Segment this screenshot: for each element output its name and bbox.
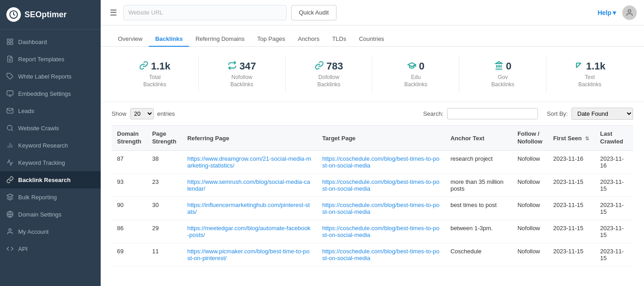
referring-page-link[interactable]: https://www.dreamgrow.com/21-social-medi… [187,155,311,169]
tab-overview[interactable]: Overview [112,32,149,47]
quick-audit-button[interactable]: Quick Audit [291,5,337,20]
th-last-crawled: LastCrawled [595,126,633,151]
tab-top-pages[interactable]: Top Pages [251,32,291,47]
sidebar-item-report-templates[interactable]: Report Templates [0,50,101,68]
sidebar-item-my-account[interactable]: My Account [0,223,101,240]
tab-tlds[interactable]: TLDs [326,32,352,47]
entries-label: entries [157,110,175,117]
cell-follow-nofollow: Nofollow [512,197,548,220]
cell-referring-page[interactable]: https://influencermarketinghub.com/pinte… [182,197,317,220]
sidebar-item-dashboard[interactable]: Dashboard [0,33,101,50]
svg-rect-2 [10,42,13,44]
logo-icon [6,7,21,22]
file-text-icon [6,55,14,63]
th-first-seen[interactable]: First Seen ⇅ [548,126,595,151]
target-page-link[interactable]: https://coschedule.com/blog/best-times-t… [322,202,439,215]
sidebar-item-domain-settings-label: Domain Settings [18,211,61,218]
cell-target-page[interactable]: https://coschedule.com/blog/best-times-t… [317,173,445,197]
activity-icon [6,159,14,166]
sidebar-item-white-label-reports[interactable]: White Label Reports [0,68,101,85]
sidebar-item-bulk-reporting[interactable]: Bulk Reporting [0,188,101,206]
layers-icon [6,193,14,201]
cell-first-seen: 2023-11-15 [548,220,595,243]
cell-last-crawled: 2023-11-15 [595,197,633,220]
cell-target-page[interactable]: https://coschedule.com/blog/best-times-t… [317,220,445,243]
tab-anchors[interactable]: Anchors [292,32,326,47]
stat-total-backlinks: 1.1k TotalBacklinks [112,56,199,93]
th-page-strength: PageStrength [146,126,181,151]
sidebar-item-my-account-label: My Account [18,228,49,235]
sidebar-item-api[interactable]: API [0,240,101,257]
sidebar-item-embedding-settings[interactable]: Embedding Settings [0,85,101,102]
sidebar-item-backlink-research-label: Backlink Research [18,177,71,183]
svg-rect-7 [7,91,13,95]
cell-anchor-text: more than 35 million posts [445,173,512,197]
referring-page-link[interactable]: https://influencermarketinghub.com/pinte… [187,202,311,215]
svg-marker-25 [496,61,502,63]
sidebar-item-backlink-research[interactable]: Backlink Research [0,171,101,188]
cell-last-crawled: 2023-11-16 [595,150,633,173]
sidebar-item-website-crawls[interactable]: Website Crawls [0,119,101,137]
cell-target-page[interactable]: https://coschedule.com/blog/best-times-t… [317,197,445,220]
cell-referring-page[interactable]: https://www.dreamgrow.com/21-social-medi… [182,150,317,173]
target-page-link[interactable]: https://coschedule.com/blog/best-times-t… [322,178,439,192]
cell-target-page[interactable]: https://coschedule.com/blog/best-times-t… [317,243,445,266]
stat-text-backlinks: 1.1k TextBacklinks [546,56,633,93]
entries-select[interactable]: 10 20 50 100 [130,108,154,119]
sidebar-item-dashboard-label: Dashboard [18,39,47,45]
cell-follow-nofollow: Nofollow [512,173,548,197]
table-header-row: DomainStrength PageStrength Referring Pa… [112,126,633,151]
cell-anchor-text: Coschedule [445,243,512,266]
cell-domain-strength: 93 [112,173,146,197]
globe-icon [6,211,14,218]
target-page-link[interactable]: https://coschedule.com/blog/best-times-t… [322,155,439,169]
sidebar-item-leads[interactable]: Leads [0,102,101,119]
sidebar-item-keyword-tracking[interactable]: Keyword Tracking [0,154,101,171]
th-anchor-text: Anchor Text [445,126,512,151]
search-icon [6,124,14,132]
logo-text: SEOptimer [24,10,67,20]
user-avatar[interactable] [622,5,637,20]
user-icon [6,228,14,235]
cell-anchor-text: between 1-3pm. [445,220,512,243]
referring-page-link[interactable]: https://www.semrush.com/blog/social-medi… [187,178,311,192]
gov-stat-icon [494,61,503,72]
sidebar-item-website-crawls-label: Website Crawls [18,125,59,132]
cell-anchor-text: research project [445,150,512,173]
target-page-link[interactable]: https://coschedule.com/blog/best-times-t… [322,248,439,261]
help-button[interactable]: Help ▾ [598,9,616,16]
hamburger-button[interactable]: ☰ [108,6,119,20]
referring-page-link[interactable]: https://www.picmaker.com/blog/best-time-… [187,248,311,261]
sidebar-item-keyword-research[interactable]: Keyword Research [0,137,101,154]
cell-follow-nofollow: Nofollow [512,220,548,243]
cell-target-page[interactable]: https://coschedule.com/blog/best-times-t… [317,150,445,173]
svg-point-18 [9,229,11,231]
sidebar-item-white-label-label: White Label Reports [18,73,72,80]
cell-last-crawled: 2023-11-15 [595,220,633,243]
tab-countries[interactable]: Countries [352,32,390,47]
sidebar-item-domain-settings[interactable]: Domain Settings [0,206,101,223]
url-input[interactable] [123,5,287,20]
stat-text-label: TextBacklinks [550,74,629,88]
mail-icon [6,107,14,114]
cell-referring-page[interactable]: https://www.picmaker.com/blog/best-time-… [182,243,317,266]
target-page-link[interactable]: https://coschedule.com/blog/best-times-t… [322,225,439,238]
topbar: ☰ Quick Audit Help ▾ [101,0,644,25]
cell-follow-nofollow: Nofollow [512,150,548,173]
svg-rect-1 [10,39,13,41]
cell-referring-page[interactable]: https://www.semrush.com/blog/social-medi… [182,173,317,197]
logo[interactable]: SEOptimer [0,0,101,30]
tab-referring-domains[interactable]: Referring Domains [189,32,251,47]
cell-domain-strength: 87 [112,150,146,173]
cell-last-crawled: 2023-11-15 [595,243,633,266]
cell-first-seen: 2023-11-15 [548,197,595,220]
cell-referring-page[interactable]: https://meetedgar.com/blog/automate-face… [182,220,317,243]
cell-domain-strength: 90 [112,197,146,220]
search-input[interactable] [447,108,538,119]
cell-page-strength: 30 [146,197,181,220]
tab-backlinks[interactable]: Backlinks [149,32,189,47]
sidebar-item-leads-label: Leads [18,108,34,114]
sort-select[interactable]: Date Found Domain Strength Page Strength [571,108,633,120]
referring-page-link[interactable]: https://meetedgar.com/blog/automate-face… [187,225,311,238]
cell-first-seen: 2023-11-15 [548,173,595,197]
